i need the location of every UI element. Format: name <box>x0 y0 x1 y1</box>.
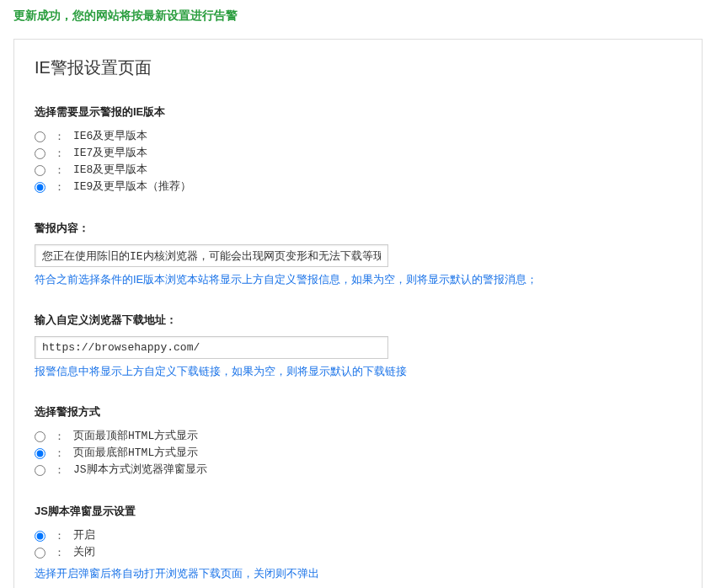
ie-version-radio-3[interactable] <box>35 182 45 193</box>
colon: ： <box>54 462 65 478</box>
colon: ： <box>54 145 65 162</box>
ie-version-option-label-1: IE7及更早版本 <box>73 145 147 162</box>
alert-method-radio-1[interactable] <box>35 448 45 459</box>
alert-method-option-2[interactable]: ： JS脚本方式浏览器弹窗显示 <box>35 462 681 478</box>
colon: ： <box>54 445 65 462</box>
alert-content-label: 警报内容： <box>35 221 681 236</box>
alert-method-label: 选择警报方式 <box>35 404 681 420</box>
ie-version-section: 选择需要显示警报的IE版本 ： IE6及更早版本 ： IE7及更早版本 ： IE… <box>35 104 681 195</box>
alert-method-section: 选择警报方式 ： 页面最顶部HTML方式显示 ： 页面最底部HTML方式显示 ：… <box>35 404 681 478</box>
js-popup-radio-group: ： 开启 ： 关闭 <box>35 527 681 561</box>
colon: ： <box>54 527 65 544</box>
js-popup-option-1[interactable]: ： 关闭 <box>35 544 681 561</box>
download-url-section: 输入自定义浏览器下载地址： 报警信息中将显示上方自定义下载链接，如果为空，则将显… <box>35 313 681 379</box>
alert-method-option-label-0: 页面最顶部HTML方式显示 <box>73 428 198 445</box>
colon: ： <box>54 162 65 179</box>
download-url-label: 输入自定义浏览器下载地址： <box>35 313 681 328</box>
ie-version-radio-0[interactable] <box>35 131 45 142</box>
ie-version-option-2[interactable]: ： IE8及更早版本 <box>35 162 681 179</box>
js-popup-radio-1[interactable] <box>35 548 45 559</box>
alert-method-radio-group: ： 页面最顶部HTML方式显示 ： 页面最底部HTML方式显示 ： JS脚本方式… <box>35 428 681 478</box>
js-popup-radio-0[interactable] <box>35 531 45 542</box>
settings-panel: IE警报设置页面 选择需要显示警报的IE版本 ： IE6及更早版本 ： IE7及… <box>13 39 703 588</box>
ie-version-option-1[interactable]: ： IE7及更早版本 <box>35 145 681 162</box>
colon: ： <box>54 128 65 145</box>
download-url-help: 报警信息中将显示上方自定义下载链接，如果为空，则将显示默认的下载链接 <box>35 364 681 379</box>
alert-content-section: 警报内容： 符合之前选择条件的IE版本浏览本站将显示上方自定义警报信息，如果为空… <box>35 221 681 287</box>
js-popup-section: JS脚本弹窗显示设置 ： 开启 ： 关闭 选择开启弹窗后将自动打开浏览器下载页面… <box>35 504 681 581</box>
ie-version-radio-group: ： IE6及更早版本 ： IE7及更早版本 ： IE8及更早版本 ： IE9及更… <box>35 128 681 195</box>
ie-version-option-3[interactable]: ： IE9及更早版本（推荐） <box>35 179 681 195</box>
colon: ： <box>54 179 65 195</box>
ie-version-option-label-0: IE6及更早版本 <box>73 128 147 145</box>
js-popup-option-label-1: 关闭 <box>73 544 95 561</box>
download-url-input[interactable] <box>35 336 388 359</box>
alert-content-help: 符合之前选择条件的IE版本浏览本站将显示上方自定义警报信息，如果为空，则将显示默… <box>35 272 681 287</box>
alert-method-radio-0[interactable] <box>35 431 45 442</box>
alert-method-radio-2[interactable] <box>35 465 45 476</box>
alert-content-input[interactable] <box>35 244 388 267</box>
ie-version-label: 选择需要显示警报的IE版本 <box>35 104 681 120</box>
alert-method-option-label-2: JS脚本方式浏览器弹窗显示 <box>73 462 207 478</box>
alert-method-option-label-1: 页面最底部HTML方式显示 <box>73 445 198 462</box>
js-popup-option-0[interactable]: ： 开启 <box>35 527 681 544</box>
colon: ： <box>54 428 65 445</box>
js-popup-help: 选择开启弹窗后将自动打开浏览器下载页面，关闭则不弹出 <box>35 566 681 581</box>
js-popup-label: JS脚本弹窗显示设置 <box>35 504 681 519</box>
ie-version-option-0[interactable]: ： IE6及更早版本 <box>35 128 681 145</box>
colon: ： <box>54 544 65 561</box>
alert-method-option-1[interactable]: ： 页面最底部HTML方式显示 <box>35 445 681 462</box>
page-title: IE警报设置页面 <box>35 56 681 79</box>
ie-version-option-label-2: IE8及更早版本 <box>73 162 147 179</box>
ie-version-option-label-3: IE9及更早版本（推荐） <box>73 179 191 195</box>
success-message: 更新成功，您的网站将按最新设置进行告警 <box>0 0 716 32</box>
ie-version-radio-2[interactable] <box>35 165 45 176</box>
alert-method-option-0[interactable]: ： 页面最顶部HTML方式显示 <box>35 428 681 445</box>
ie-version-radio-1[interactable] <box>35 148 45 159</box>
js-popup-option-label-0: 开启 <box>73 527 95 544</box>
